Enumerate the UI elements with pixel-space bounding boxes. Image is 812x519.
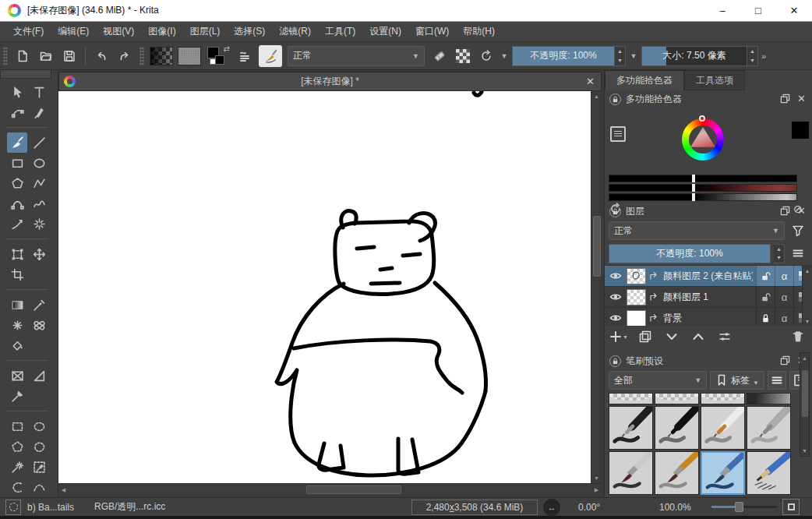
- layer-row[interactable]: 颜料图层 1α: [605, 287, 812, 308]
- freehand-select-tool[interactable]: [29, 436, 49, 457]
- layer-thumbnail[interactable]: [627, 289, 646, 305]
- ellipse-select-tool[interactable]: [29, 416, 49, 436]
- dynamic-brush-tool[interactable]: [7, 214, 27, 234]
- move-layer-down-button[interactable]: [662, 328, 681, 345]
- layer-thumbnail[interactable]: [627, 268, 646, 284]
- brush-preset[interactable]: [655, 406, 699, 450]
- preserve-alpha-button[interactable]: [453, 46, 473, 66]
- transform-tool[interactable]: [7, 244, 27, 264]
- layer-style-icon[interactable]: [649, 271, 660, 281]
- swap-colors-icon[interactable]: ⇄: [224, 44, 230, 53]
- pattern-edit-tool[interactable]: [7, 315, 27, 335]
- edit-brush-settings-button[interactable]: [259, 45, 282, 67]
- selection-display-button[interactable]: [5, 500, 21, 515]
- assistants-tool[interactable]: [7, 365, 27, 386]
- tag-button[interactable]: 标签 ▼: [710, 371, 764, 390]
- toolbar-overflow-button[interactable]: »: [761, 51, 766, 61]
- canvas-vertical-scrollbar[interactable]: ▲ ▼: [591, 91, 602, 483]
- layer-row[interactable]: 背景α: [605, 308, 812, 326]
- layer-properties-button[interactable]: [715, 328, 734, 345]
- opacity-dropdown[interactable]: ▼: [627, 46, 640, 66]
- layer-name[interactable]: 颜料图层 2 (来自粘贴): [663, 270, 753, 283]
- redo-button[interactable]: [115, 46, 135, 66]
- scroll-down-icon[interactable]: ▼: [803, 316, 812, 326]
- new-document-button[interactable]: [12, 46, 33, 66]
- layer-visible-icon[interactable]: [609, 291, 623, 303]
- open-document-button[interactable]: [36, 46, 56, 66]
- alpha-lock-icon[interactable]: α: [775, 266, 793, 286]
- alpha-lock-icon[interactable]: α: [775, 287, 793, 307]
- menu-滤镜(R)[interactable]: 滤镜(R): [272, 22, 318, 41]
- blending-mode-list-button[interactable]: [235, 46, 255, 66]
- layer-opacity-spinner[interactable]: ▲▼: [774, 244, 785, 263]
- magnetic-select-tool[interactable]: [7, 477, 27, 497]
- delete-layer-button[interactable]: [789, 328, 807, 345]
- layer-filter-button[interactable]: [788, 221, 808, 240]
- canvas-subwindow-titlebar[interactable]: [未保存图像] * ✕: [58, 72, 602, 91]
- menu-视图(V)[interactable]: 视图(V): [96, 22, 141, 41]
- blend-mode-combo[interactable]: 正常 ▼: [288, 46, 425, 66]
- maximize-button[interactable]: □: [747, 2, 770, 19]
- calligraphy-tool[interactable]: [29, 102, 49, 122]
- brush-grid-scrollbar[interactable]: ▲ ▼: [800, 352, 810, 457]
- layer-style-icon[interactable]: [649, 313, 660, 323]
- layer-lock-icon[interactable]: [756, 287, 775, 307]
- add-layer-button[interactable]: ▼: [609, 328, 628, 345]
- brush-preset[interactable]: [609, 451, 653, 495]
- polyline-tool[interactable]: [29, 173, 49, 193]
- brush-preset[interactable]: [747, 406, 791, 450]
- brush-preset-selected[interactable]: [701, 451, 745, 495]
- layer-list-scrollbar[interactable]: ▲▼: [802, 266, 812, 326]
- menu-图层(L)[interactable]: 图层(L): [183, 22, 228, 41]
- brush-preset[interactable]: [609, 406, 653, 450]
- toolbar-grip[interactable]: [139, 47, 144, 65]
- lock-icon[interactable]: [609, 206, 621, 217]
- layer-thumbnail[interactable]: [627, 310, 646, 327]
- layer-menu-button[interactable]: [788, 244, 808, 263]
- menu-图像(I)[interactable]: 图像(I): [141, 22, 182, 41]
- freehand-brush-tool[interactable]: [7, 132, 27, 153]
- current-color-swatch[interactable]: [792, 122, 809, 139]
- toolbar-grip[interactable]: [3, 47, 8, 65]
- layer-name[interactable]: 背景: [663, 312, 753, 325]
- canvas-horizontal-scrollbar[interactable]: ◀ ▶: [58, 483, 602, 496]
- size-slider[interactable]: 大小: 7.50 像素: [641, 46, 747, 66]
- scroll-up-icon[interactable]: ▲: [800, 353, 809, 363]
- measure-tool[interactable]: [29, 365, 49, 386]
- opacity-spinner[interactable]: ▲▼: [615, 46, 626, 66]
- contiguous-select-tool[interactable]: [29, 457, 49, 477]
- scroll-down-icon[interactable]: ▼: [800, 446, 809, 456]
- scroll-right-icon[interactable]: ▶: [591, 484, 602, 496]
- canvas-hscroll-thumb[interactable]: [306, 485, 401, 494]
- zoom-slider[interactable]: [711, 506, 777, 508]
- rectangle-tool[interactable]: [7, 153, 27, 173]
- brush-preset[interactable]: [701, 406, 745, 450]
- tab-advanced-color-selector[interactable]: 多功能拾色器: [605, 70, 684, 90]
- menu-选择(S)[interactable]: 选择(S): [227, 22, 272, 41]
- menu-工具(T)[interactable]: 工具(T): [318, 22, 362, 41]
- brush-preset[interactable]: [747, 451, 791, 495]
- select-shapes-tool[interactable]: [7, 82, 27, 102]
- menu-帮助(H)[interactable]: 帮助(H): [456, 22, 502, 41]
- float-panel-icon[interactable]: [780, 355, 790, 365]
- reload-preset-button[interactable]: [476, 46, 496, 66]
- freehand-path-tool[interactable]: [29, 193, 49, 214]
- menu-文件(F)[interactable]: 文件(F): [6, 22, 51, 41]
- lock-icon[interactable]: [609, 94, 621, 105]
- foreground-background-colors[interactable]: ⇄: [207, 46, 230, 66]
- layer-visible-icon[interactable]: [609, 270, 623, 282]
- size-spinner[interactable]: ▲▼: [747, 46, 758, 66]
- lightness-bar[interactable]: [609, 193, 797, 201]
- similar-select-tool[interactable]: [7, 457, 27, 477]
- zoom-slider-thumb[interactable]: [735, 502, 743, 512]
- layer-row[interactable]: 颜料图层 2 (来自粘贴)α: [605, 266, 812, 287]
- smart-patch-tool[interactable]: [29, 315, 49, 335]
- value-bar[interactable]: [609, 175, 797, 182]
- menu-设置(N)[interactable]: 设置(N): [362, 22, 408, 41]
- scroll-up-icon[interactable]: ▲: [803, 266, 812, 276]
- text-tool[interactable]: [29, 82, 49, 102]
- crop-tool[interactable]: [7, 264, 27, 284]
- reload-preset-dropdown[interactable]: ▼: [498, 46, 510, 66]
- brush-preset[interactable]: [701, 393, 745, 404]
- save-button[interactable]: [59, 46, 79, 66]
